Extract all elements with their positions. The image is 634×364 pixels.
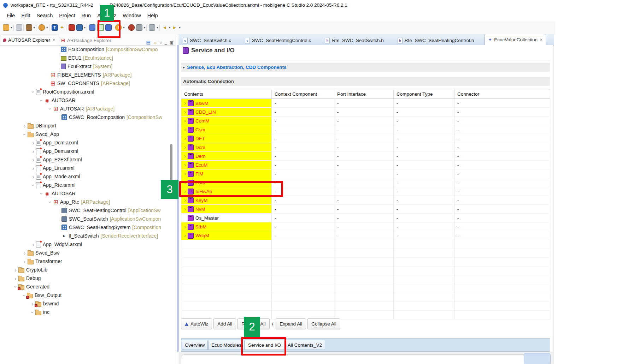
tree-item[interactable]: CSWC_SeatHeatingSystem [Composition: [0, 223, 171, 232]
column-header[interactable]: Connector: [454, 89, 550, 99]
close-icon[interactable]: ×: [540, 37, 542, 42]
expand-chevron-icon[interactable]: ›: [182, 109, 188, 115]
forward-arrow-icon[interactable]: ▸: [172, 25, 177, 30]
tree-chevron-icon[interactable]: ›: [30, 241, 36, 247]
expand-chevron-icon[interactable]: ›: [182, 136, 188, 141]
column-header[interactable]: Port Interface: [334, 89, 394, 99]
menu-item[interactable]: Edit: [18, 13, 33, 18]
table-row[interactable]: [181, 284, 550, 293]
expand-chevron-icon[interactable]: ›: [182, 144, 188, 150]
save-icon[interactable]: [16, 24, 22, 31]
tree-item[interactable]: EcuExtract [System]: [0, 62, 171, 71]
dropdown-arrow-icon[interactable]: [157, 26, 158, 29]
table-row[interactable]: [181, 240, 550, 249]
expand-chevron-icon[interactable]: ›: [182, 233, 188, 238]
column-header[interactable]: Component Type: [394, 89, 454, 99]
expand-chevron-icon[interactable]: ›: [182, 224, 188, 229]
table-row[interactable]: [181, 275, 550, 284]
tree-chevron-icon[interactable]: ›: [13, 275, 18, 281]
table-row[interactable]: › Dem - - - -: [181, 152, 550, 161]
section-expand-arrow-icon[interactable]: ▸: [183, 65, 185, 69]
expand-chevron-icon[interactable]: ›: [182, 206, 188, 212]
tree-chevron-icon[interactable]: ›: [30, 309, 36, 315]
table-row[interactable]: › NvM - - - -: [181, 205, 550, 214]
form-page-tab[interactable]: Overview: [182, 340, 208, 350]
action-button[interactable]: /: [271, 318, 275, 329]
tree-item[interactable]: › App_WdgM.arxml: [0, 240, 171, 249]
import-ramp-icon[interactable]: [76, 24, 83, 31]
action-button[interactable]: Expand All: [276, 318, 306, 329]
editor-tab[interactable]: h Rte_SWC_SeatSwitch.h: [322, 36, 389, 45]
tree-item[interactable]: › Swcd_App: [0, 130, 171, 138]
table-row[interactable]: › CDD_LIN - - - -: [181, 108, 550, 117]
checkout-doc-icon[interactable]: [149, 24, 155, 31]
tree-chevron-icon[interactable]: ›: [13, 267, 18, 273]
tree-item[interactable]: SWC_SeatSwitch [ApplicationSwCompon: [0, 215, 171, 223]
close-icon[interactable]: ×: [53, 37, 55, 42]
tree-chevron-icon[interactable]: ›: [30, 182, 36, 188]
tree-item[interactable]: › Bsw_Output: [0, 291, 171, 299]
tree-item[interactable]: › Swcd_Bsw: [0, 249, 171, 257]
menu-item[interactable]: Project: [56, 13, 78, 18]
dropdown-arrow-icon[interactable]: [144, 26, 146, 29]
tree-item[interactable]: › RootComposition.arxml: [0, 88, 171, 96]
tree-item[interactable]: › App_Dem.arxml: [0, 147, 171, 155]
tree-item[interactable]: EcuComposition [CompositionSwCompo: [0, 45, 171, 54]
form-page-tab[interactable]: All Contents_V2: [284, 340, 325, 350]
menu-item[interactable]: Window: [119, 13, 144, 18]
explorer-tab[interactable]: AUTOSAR Explorer ×: [0, 35, 58, 45]
table-row[interactable]: [181, 249, 550, 258]
expand-chevron-icon[interactable]: ›: [182, 162, 188, 168]
table-row[interactable]: › Dcm - - - -: [181, 143, 550, 152]
tree-item[interactable]: ECU1 [EcuInstance]: [0, 54, 171, 62]
back-arrow-icon[interactable]: ◂: [162, 25, 168, 30]
table-row[interactable]: [181, 258, 550, 267]
menu-item[interactable]: File: [4, 13, 18, 18]
dropdown-arrow-icon[interactable]: [179, 26, 181, 29]
editor-tab[interactable]: c SWC_SeatSwitch.c: [180, 36, 237, 45]
tree-item[interactable]: › CryptoLib: [0, 265, 171, 274]
column-header[interactable]: Context Component: [272, 89, 334, 99]
column-header[interactable]: Contents: [181, 89, 272, 99]
tree-item[interactable]: › App_Mode.arxml: [0, 172, 171, 181]
menu-item[interactable]: Search: [33, 13, 56, 18]
table-row[interactable]: [181, 302, 550, 311]
table-row[interactable]: Os_Master - - - -: [181, 214, 550, 222]
expand-chevron-icon[interactable]: ›: [182, 127, 188, 132]
trace-tool-icon[interactable]: T: [52, 24, 58, 31]
table-row[interactable]: › KeyM - - - -: [181, 196, 550, 205]
tree-chevron-icon[interactable]: ›: [30, 174, 36, 180]
tree-item[interactable]: SWC_SeatHeatingControl [ApplicationSw: [0, 206, 171, 215]
tree-item[interactable]: › ⊞ App_Rte [ARPackage]: [0, 198, 171, 206]
action-button[interactable]: Collapse All: [307, 318, 340, 329]
expand-chevron-icon[interactable]: ›: [182, 197, 188, 203]
table-row[interactable]: [181, 293, 550, 302]
tree-scrollbar[interactable]: [170, 144, 172, 184]
tree-item[interactable]: › App_Dcm.arxml: [0, 138, 171, 147]
table-row[interactable]: › DET - - - -: [181, 134, 550, 143]
tree-chevron-icon[interactable]: ›: [39, 191, 45, 196]
debug-config-icon[interactable]: [128, 24, 135, 31]
table-row[interactable]: › ComM - - - -: [181, 117, 550, 125]
new-wizard-icon[interactable]: [3, 24, 9, 31]
view-menu-icon[interactable]: ▽: [160, 41, 162, 44]
checkin-doc-icon[interactable]: [136, 24, 142, 31]
tree-item[interactable]: › ⊞ AUTOSAR [ARPackage]: [0, 105, 171, 113]
tree-chevron-icon[interactable]: ›: [47, 106, 53, 112]
tree-item[interactable]: › bswmd: [0, 299, 171, 308]
tree-item[interactable]: ⊞ SW_COPONENTS [ARPackage]: [0, 79, 171, 88]
table-row[interactable]: [181, 267, 550, 275]
dropdown-arrow-icon[interactable]: [169, 26, 171, 29]
table-row[interactable]: › BswM - - - -: [181, 99, 550, 108]
tree-item[interactable]: › inc: [0, 308, 171, 316]
table-row[interactable]: › EcuM - - - -: [181, 161, 550, 169]
build-hammer-icon[interactable]: [26, 24, 32, 31]
tree-item[interactable]: CSWC_RootComposition [CompositionSw: [0, 113, 171, 121]
table-row[interactable]: › Csm - - - -: [181, 125, 550, 134]
editor-tab[interactable]: h Rte_SWC_SeatHeatingControl.h: [394, 36, 480, 45]
tree-chevron-icon[interactable]: ›: [30, 165, 36, 171]
editor-tab[interactable]: ✦ EcucValueCollection ×: [485, 34, 546, 45]
tree-item[interactable]: › ◉ AUTOSAR: [0, 189, 171, 198]
dropdown-arrow-icon[interactable]: [34, 26, 35, 29]
tree-chevron-icon[interactable]: ›: [22, 250, 28, 256]
